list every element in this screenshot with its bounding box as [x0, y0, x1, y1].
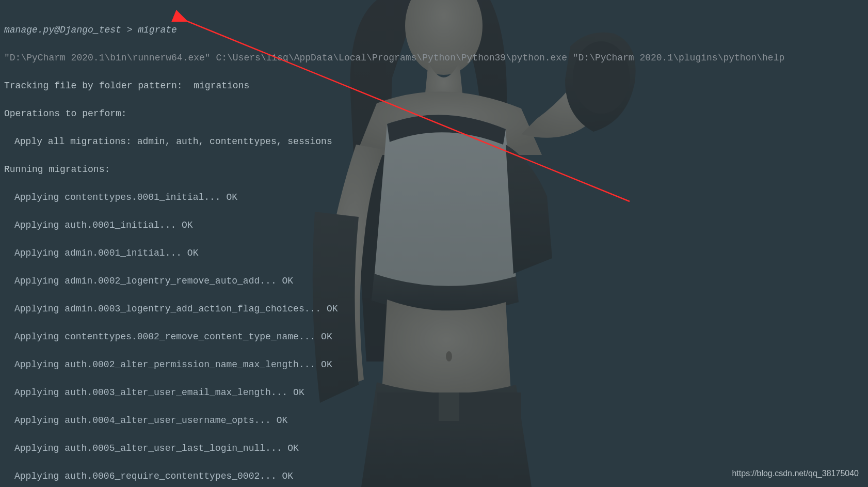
migration-line: Applying contenttypes.0002_remove_conten…	[4, 330, 864, 344]
running-header: Running migrations:	[4, 163, 864, 177]
migration-line: Applying admin.0002_logentry_remove_auto…	[4, 274, 864, 288]
migration-line: Applying auth.0003_alter_user_email_max_…	[4, 386, 864, 400]
migration-line: Applying auth.0005_alter_user_last_login…	[4, 442, 864, 455]
operations-header: Operations to perform:	[4, 107, 864, 121]
migration-line: Applying auth.0002_alter_permission_name…	[4, 358, 864, 372]
command-text: migrate	[138, 25, 177, 35]
migration-line: Applying contenttypes.0001_initial... OK	[4, 191, 864, 205]
apply-all-line: Apply all migrations: admin, auth, conte…	[4, 135, 864, 149]
migration-line: Applying auth.0004_alter_user_username_o…	[4, 414, 864, 428]
prompt-prefix: manage.py@Django_test >	[4, 25, 138, 35]
terminal-output[interactable]: manage.py@Django_test > migrate "D:\PyCh…	[4, 9, 864, 487]
migration-line: Applying admin.0001_initial... OK	[4, 246, 864, 260]
tracking-line: Tracking file by folder pattern: migrati…	[4, 79, 864, 93]
migration-line: Applying admin.0003_logentry_add_action_…	[4, 302, 864, 316]
exec-path-line: "D:\PyCharm 2020.1\bin\runnerw64.exe" C:…	[4, 51, 864, 65]
prompt-line: manage.py@Django_test > migrate	[4, 23, 864, 37]
watermark: https://blog.csdn.net/qq_38175040	[732, 467, 859, 480]
migration-line: Applying auth.0001_initial... OK	[4, 218, 864, 232]
